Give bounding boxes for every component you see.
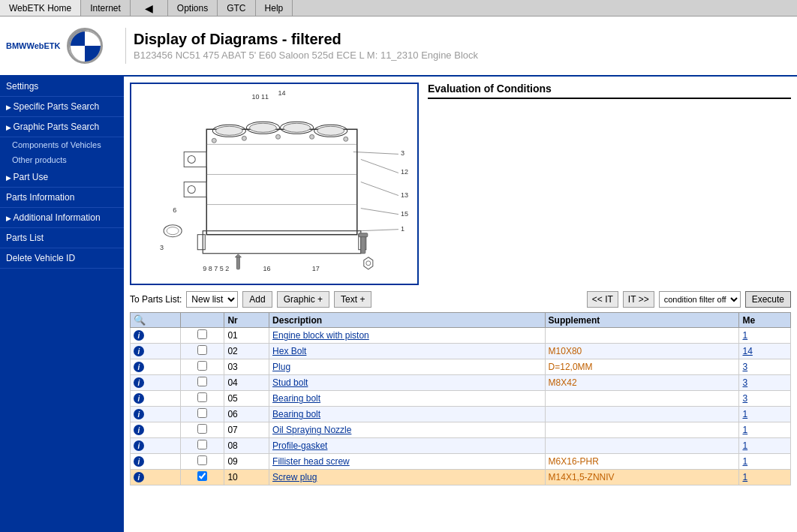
nav-help[interactable]: Help <box>256 0 293 16</box>
description-link[interactable]: Engine block with piston <box>272 330 369 341</box>
checkbox-cell[interactable] <box>180 344 224 359</box>
row-description[interactable]: Bearing bolt <box>269 407 546 422</box>
sidebar-item-other-products[interactable]: Other products <box>0 152 124 167</box>
row-checkbox[interactable] <box>197 471 207 481</box>
info-icon[interactable]: i <box>134 456 144 467</box>
sidebar-item-parts-list[interactable]: Parts List <box>0 228 124 248</box>
condition-filter-select[interactable]: condition filter off <box>659 291 741 308</box>
row-description[interactable]: Profile-gasket <box>269 438 546 454</box>
nav-internet[interactable]: Internet <box>81 0 131 16</box>
info-icon-cell[interactable]: i <box>131 375 181 391</box>
sidebar-item-settings[interactable]: Settings <box>0 77 124 97</box>
next-it-button[interactable]: IT >> <box>623 291 654 308</box>
info-icon-cell[interactable]: i <box>131 328 181 344</box>
info-icon-cell[interactable]: i <box>131 391 181 407</box>
row-description[interactable]: Oil Spraying Nozzle <box>269 422 546 438</box>
row-checkbox[interactable] <box>197 440 207 449</box>
row-checkbox[interactable] <box>197 424 207 434</box>
new-list-select[interactable]: New list <box>186 291 238 308</box>
sidebar-item-specific-parts[interactable]: Specific Parts Search <box>0 97 124 117</box>
me-value[interactable]: 1 <box>742 330 747 341</box>
info-icon[interactable]: i <box>134 440 144 451</box>
me-value[interactable]: 1 <box>742 425 747 435</box>
row-me: 1 <box>739 422 791 438</box>
row-description[interactable]: Stud bolt <box>269 375 546 391</box>
checkbox-cell[interactable] <box>180 375 224 391</box>
execute-button[interactable]: Execute <box>745 291 791 308</box>
description-link[interactable]: Oil Spraying Nozzle <box>272 425 351 435</box>
row-checkbox[interactable] <box>197 329 207 339</box>
me-value[interactable]: 1 <box>742 456 747 467</box>
text-button[interactable]: Text + <box>334 291 371 308</box>
sidebar-item-components[interactable]: Components of Vehicles <box>0 137 124 152</box>
row-supplement: M8X42 <box>545 375 739 391</box>
row-checkbox[interactable] <box>197 455 207 465</box>
nav-back-button[interactable]: ◀ <box>131 0 168 16</box>
description-link[interactable]: Profile-gasket <box>272 440 327 451</box>
info-icon-cell[interactable]: i <box>131 344 181 359</box>
description-link[interactable]: Stud bolt <box>272 377 308 388</box>
add-button[interactable]: Add <box>242 291 272 308</box>
info-icon[interactable]: i <box>134 346 144 356</box>
sidebar-item-additional-info[interactable]: Additional Information <box>0 208 124 228</box>
description-link[interactable]: Bearing bolt <box>272 393 320 404</box>
sidebar-item-delete-vehicle[interactable]: Delete Vehicle ID <box>0 248 124 269</box>
me-value[interactable]: 3 <box>742 393 747 404</box>
sidebar-item-graphic-parts[interactable]: Graphic Parts Search <box>0 117 124 137</box>
description-link[interactable]: Bearing bolt <box>272 409 320 419</box>
row-description[interactable]: Plug <box>269 359 546 375</box>
row-description[interactable]: Fillister head screw <box>269 454 546 470</box>
checkbox-cell[interactable] <box>180 470 224 485</box>
info-icon-cell[interactable]: i <box>131 359 181 375</box>
row-checkbox[interactable] <box>197 345 207 355</box>
checkbox-cell[interactable] <box>180 454 224 470</box>
row-description[interactable]: Hex Bolt <box>269 344 546 359</box>
row-description[interactable]: Engine block with piston <box>269 328 546 344</box>
checkbox-cell[interactable] <box>180 328 224 344</box>
checkbox-cell[interactable] <box>180 422 224 438</box>
nav-gtc[interactable]: GTC <box>218 0 255 16</box>
graphic-button[interactable]: Graphic + <box>277 291 329 308</box>
prev-it-button[interactable]: << IT <box>587 291 618 308</box>
info-icon-cell[interactable]: i <box>131 470 181 485</box>
row-checkbox[interactable] <box>197 392 207 402</box>
nav-options[interactable]: Options <box>168 0 218 16</box>
me-value[interactable]: 14 <box>742 346 752 356</box>
info-icon[interactable]: i <box>134 472 144 482</box>
row-nr: 10 <box>224 470 269 485</box>
row-checkbox[interactable] <box>197 408 207 418</box>
info-icon-cell[interactable]: i <box>131 454 181 470</box>
row-description[interactable]: Screw plug <box>269 470 546 485</box>
row-checkbox[interactable] <box>197 361 207 371</box>
description-link[interactable]: Fillister head screw <box>272 456 350 467</box>
description-link[interactable]: Plug <box>272 362 290 372</box>
checkbox-cell[interactable] <box>180 438 224 454</box>
sidebar-item-parts-info[interactable]: Parts Information <box>0 188 124 208</box>
info-icon[interactable]: i <box>134 377 144 388</box>
info-icon[interactable]: i <box>134 425 144 435</box>
row-description[interactable]: Bearing bolt <box>269 391 546 407</box>
info-icon[interactable]: i <box>134 409 144 419</box>
description-link[interactable]: Hex Bolt <box>272 346 306 356</box>
info-icon[interactable]: i <box>134 330 144 341</box>
me-value[interactable]: 1 <box>742 440 747 451</box>
me-value[interactable]: 1 <box>742 409 747 419</box>
info-icon-cell[interactable]: i <box>131 422 181 438</box>
info-icon[interactable]: i <box>134 393 144 404</box>
row-checkbox[interactable] <box>197 377 207 386</box>
info-icon-cell[interactable]: i <box>131 407 181 422</box>
checkbox-cell[interactable] <box>180 391 224 407</box>
nav-webetk-home[interactable]: WebETK Home <box>0 0 81 16</box>
checkbox-cell[interactable] <box>180 359 224 375</box>
me-value[interactable]: 1 <box>742 472 747 482</box>
me-value[interactable]: 3 <box>742 377 747 388</box>
info-icon-cell[interactable]: i <box>131 438 181 454</box>
me-value[interactable]: 3 <box>742 362 747 372</box>
search-icon[interactable]: 🔍 <box>131 313 181 328</box>
sidebar-item-part-use[interactable]: Part Use <box>0 167 124 188</box>
row-nr: 02 <box>224 344 269 359</box>
info-icon[interactable]: i <box>134 362 144 372</box>
checkbox-cell[interactable] <box>180 407 224 422</box>
description-link[interactable]: Screw plug <box>272 472 317 482</box>
row-me: 3 <box>739 359 791 375</box>
